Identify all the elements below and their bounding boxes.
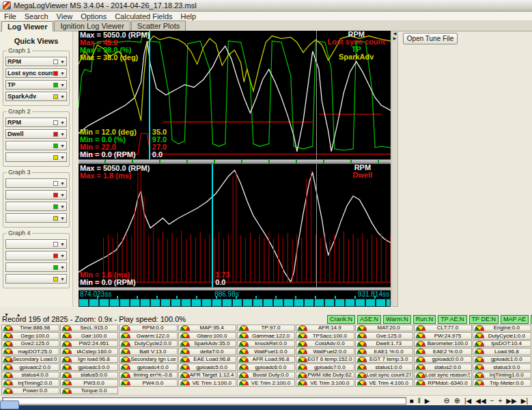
gauge-tp: TP:97.0 [237, 325, 295, 332]
gauge-dial-icon [298, 357, 307, 362]
field-select-combo[interactable]: RPM▼ [5, 118, 67, 127]
gauge-needle [417, 335, 421, 338]
gauge-needle [240, 359, 244, 362]
graph1-plot[interactable]: Max = 5050.0 (RPM)Max = 45.0Max = 98.0 (… [79, 31, 391, 159]
last-record-button[interactable]: ▶| [519, 396, 530, 405]
field-select-combo[interactable]: ▼ [5, 251, 67, 260]
gauge-pw: PW:24.975 [414, 332, 472, 340]
field-select-combo[interactable]: ▼ [5, 213, 67, 223]
gauge-needle [476, 351, 480, 354]
min-labels: Min = 1.6 (ms)Min = 0.0 (RPM) [80, 271, 136, 286]
gauge-grid: Time:886.98SecL:915.0RPM:0.0MAP:95.4TP:9… [0, 324, 532, 395]
trace-color-chip [53, 242, 58, 247]
gauge-dial-icon [475, 372, 484, 378]
tab-ignition-log-viewer[interactable]: Ignition Log Viewer [54, 20, 130, 31]
gauge-dial-icon [298, 364, 307, 370]
tab-log-viewer[interactable]: Log Viewer [1, 21, 53, 31]
gauge-secondary-ign-load: Secondary Ign Load:0.0 [119, 356, 177, 364]
gauge-value-text: Lost sync count:27.0 [367, 372, 411, 378]
gauge-dial-icon [180, 333, 190, 338]
gauge-dial-icon [180, 357, 190, 362]
gauge-status4: status4:0.0 [1, 372, 59, 379]
quick-views-title: Quick Views [2, 37, 70, 45]
field-select-combo[interactable]: ▼ [5, 141, 67, 150]
field-select-combo[interactable]: ▼ [5, 274, 67, 284]
field-select-combo[interactable]: Lost sync count▼ [5, 68, 67, 78]
menu-item-search[interactable]: Search [20, 12, 53, 20]
scroll-right-icon[interactable]: ▶ [393, 36, 397, 41]
field-select-combo[interactable]: TP▼ [5, 80, 67, 90]
max-labels: Max = 5050.0 (RPM)Max = 1.8 (ms) [80, 165, 150, 180]
open-tune-file-button[interactable]: Open Tune File [403, 33, 458, 44]
first-record-button[interactable]: |◀ [462, 396, 473, 405]
log-overview-ribbon[interactable] [79, 299, 391, 307]
tab-scatter-plots[interactable]: Scatter Plots [131, 20, 186, 31]
field-select-combo[interactable]: ▼ [5, 239, 67, 249]
zoom-out-button[interactable]: ⊖ [442, 396, 452, 405]
field-select-combo[interactable]: RPM▼ [5, 57, 67, 66]
step-back-button[interactable]: − [488, 396, 496, 405]
trace-color-chip [53, 120, 58, 125]
gauge-value-text: Gego:100.0 [13, 333, 57, 339]
field-select-combo[interactable]: ▼ [5, 202, 67, 211]
gauge-dial-icon [298, 341, 307, 346]
group-graph-3: Graph 3▼▼▼▼ [3, 172, 70, 228]
gauge-gpioadc2: gpioadc2:0.0 [1, 364, 59, 371]
gauge-needle [476, 374, 480, 378]
graph2-plot[interactable]: Max = 5050.0 (RPM)Max = 1.8 (ms)Min = 1.… [79, 164, 391, 287]
gauge-dial-icon [121, 325, 130, 331]
gauge-needle [181, 374, 185, 378]
menu-item-calculated-fields[interactable]: Calculated Fields [111, 12, 176, 20]
gauge-dial-icon [475, 325, 484, 331]
horizontal-scroll-chip[interactable] [0, 400, 19, 409]
gauge-power: Power:0.0 [1, 387, 59, 395]
menu-item-options[interactable]: Options [76, 12, 111, 20]
gauge-needle [64, 343, 68, 346]
gauge-engine: Engine:0.0 [473, 325, 531, 332]
seek-slider[interactable] [2, 397, 406, 405]
field-select-combo[interactable]: SparkAdv▼ [5, 92, 67, 101]
chevron-down-icon: ▼ [60, 242, 65, 247]
pause-button[interactable]: ‖ [416, 396, 423, 405]
rewind-button[interactable]: ◀◀ [473, 396, 488, 405]
menu-item-file[interactable]: File [0, 12, 20, 20]
gauge-needle [417, 343, 421, 346]
field-select-combo[interactable]: ▼ [5, 190, 67, 200]
cursor-line[interactable] [212, 164, 213, 287]
gauge-needle [64, 351, 68, 354]
gauge-dial-icon [62, 372, 72, 378]
zoom-in-button[interactable]: ⊕ [452, 396, 462, 405]
gauge-dial-icon [475, 333, 484, 338]
gauge-dial-icon [475, 357, 484, 362]
gauge-needle [64, 327, 68, 331]
gauge-dial-icon [416, 333, 425, 338]
group-label: Graph 1 [7, 47, 32, 54]
gauge-gair: Gair:100.0 [60, 332, 118, 340]
gauge-eae-load: EAE Load:96.8 [178, 356, 236, 364]
gauge-dial-icon [121, 333, 130, 338]
chart-scrollbar[interactable]: ◀ ▶ [391, 31, 398, 307]
gauge-value-text: status3:0.0 [484, 364, 529, 370]
gauge-needle [181, 327, 185, 331]
stop-button[interactable]: ■ [408, 396, 416, 405]
gauge-dwell: Dwell:1.73 [355, 340, 413, 348]
gauge-gpioadc5: gpioadc5:0.0 [178, 364, 236, 371]
menu-item-help[interactable]: Help [177, 12, 201, 20]
field-select-combo[interactable]: ▼ [5, 152, 67, 162]
field-select-combo[interactable]: ▼ [5, 262, 67, 272]
field-select-combo[interactable]: ▼ [5, 178, 67, 188]
gauge-value-text: status2:0.0 [425, 364, 470, 370]
play-button[interactable]: ▶ [423, 396, 432, 405]
gauge-pw3: PW3:0.0 [60, 379, 118, 387]
chart-column: Max = 5050.0 (RPM)Max = 45.0Max = 98.0 (… [79, 31, 391, 307]
field-select-combo[interactable]: Dwell▼ [5, 129, 67, 139]
field-select-label: Lost sync count [8, 70, 53, 77]
menu-item-view[interactable]: View [53, 12, 77, 20]
marker-line [316, 164, 317, 287]
fast-forward-button[interactable]: ▶▶ [504, 396, 518, 405]
step-forward-button[interactable]: + [496, 396, 504, 405]
gauge-value-text: IACstep:160.0 [72, 348, 116, 355]
scroll-left-icon[interactable]: ◀ [393, 31, 397, 36]
gauge-dial-icon [3, 388, 13, 394]
gauge-gpioadc7: gpioadc7:0.0 [296, 364, 354, 371]
